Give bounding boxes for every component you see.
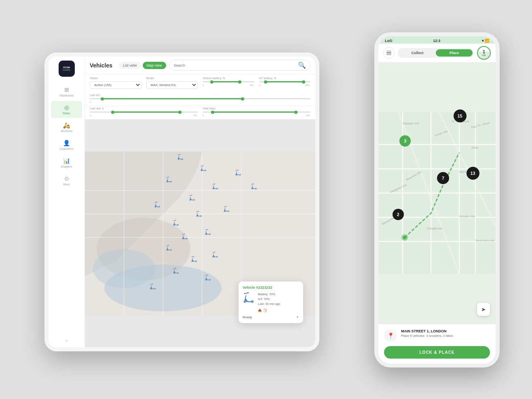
scooter-marker[interactable]: 🛴 [166, 245, 172, 251]
scooter-marker[interactable]: 🛴 [196, 211, 202, 217]
hamburger-line [386, 51, 391, 52]
svg-text:Kapleipu iela: Kapleipu iela [403, 122, 419, 125]
status-select[interactable]: Active (155) [90, 81, 141, 89]
popup-action-1[interactable]: 📤 [258, 308, 262, 313]
last-iot-label: Last IoT... [90, 94, 310, 97]
location-icon-box: 📍 [384, 329, 397, 342]
counter-badge: 1 /70 [477, 46, 491, 60]
cluster-value: 3 [404, 139, 406, 143]
cluster-15[interactable]: 15 [454, 109, 467, 122]
scooter-marker[interactable]: 🛴 [205, 229, 211, 235]
scooter-marker[interactable]: 🛴 [173, 268, 179, 274]
svg-text:Kanepiu iela: Kanepiu iela [459, 215, 475, 218]
last-ride-filter: Last ride, h 0 60+ [90, 107, 198, 117]
popup-status: Ready ▼ [243, 315, 299, 319]
popup-info: Battery: 70% IoT: 70% Last: 30 min ago 📤… [258, 292, 299, 313]
popup-scooter-icon: 🛴 [243, 292, 255, 303]
lock-and-place-button[interactable]: LOCK & PLACE [384, 346, 490, 359]
scooter-marker[interactable]: 🛴 [154, 202, 160, 208]
scooter-marker[interactable]: 🛴 [150, 284, 156, 290]
total-rides-filter: Total rides 0 60+ [203, 107, 310, 117]
counter-sub: /70 [482, 54, 486, 57]
map-view-button[interactable]: Map view [143, 62, 166, 69]
sidebar-item-rides[interactable]: ◎ Rides [51, 101, 82, 118]
phone-device: Loči 12:3 ▼📶 Collect Place 1 /70 [374, 32, 500, 368]
hamburger-button[interactable] [383, 47, 395, 59]
battery-slider[interactable] [203, 81, 254, 82]
hamburger-line [386, 52, 391, 53]
dashboard-icon: ⊞ [64, 86, 69, 93]
vehicles-icon: 🛵 [63, 122, 70, 128]
hamburger-line [386, 55, 391, 55]
battery-filter: Vehicle battery, % 0 60+ [203, 77, 254, 89]
view-toggle: List velw Map view [119, 62, 166, 69]
scooter-marker[interactable]: 🛴 [189, 195, 195, 201]
svg-text:Adazi: Adazi [471, 146, 479, 149]
cluster-2[interactable]: 2 [393, 209, 404, 220]
map-container: 🛴 🛴 🛴 🛴 🛴 🛴 🛴 🛴 🛴 🛴 🛴 🛴 🛴 🛴 🛴 🛴 [85, 120, 315, 347]
total-rides-label: Total rides [203, 107, 310, 110]
sidebar-item-vehicles[interactable]: 🛵 Vechicles [51, 119, 82, 136]
scooter-marker[interactable]: 🛴 [212, 183, 218, 189]
popup-action-2[interactable]: 📋 [263, 308, 267, 313]
scene: ATOM mobility ⊞ Dashboard ◎ Rides 🛵 Vech… [0, 0, 532, 399]
cluster-13[interactable]: 13 [467, 167, 479, 180]
scooter-marker[interactable]: 🛴 [177, 154, 184, 160]
iot-slider[interactable] [259, 81, 311, 82]
location-button[interactable]: ➤ [477, 303, 490, 316]
svg-point-25 [403, 236, 406, 239]
collect-tab[interactable]: Collect [399, 49, 436, 57]
rides-icon: ◎ [64, 104, 69, 111]
phone-map: Mazorutu iela Daugavas iela Gobas iela T… [378, 62, 496, 324]
phone-status-bar: Loči 12:3 ▼📶 [378, 36, 496, 44]
last-ride-label: Last ride, h [90, 107, 198, 110]
last-iot-slider[interactable] [90, 98, 310, 99]
battery-label: Vehicle battery, % [203, 77, 254, 80]
collapse-button[interactable]: « [65, 338, 68, 343]
cluster-value: 7 [442, 176, 444, 181]
location-row: 📍 MAIN STREET 1, LONDON Place 5 vehicles… [384, 329, 490, 342]
phone-location: Loči [385, 39, 393, 43]
model-select[interactable]: MAX, Ninebot ES [146, 81, 198, 89]
sidebar-item-more[interactable]: ⊙ More [51, 172, 82, 189]
scooter-marker[interactable]: 🛴 [223, 206, 230, 212]
filters-bar-2: Last ride, h 0 60+ Total rides [85, 106, 315, 120]
scooter-marker[interactable]: 🛴 [200, 165, 207, 171]
location-name: MAIN STREET 1, LONDON [401, 329, 490, 333]
analytics-icon: 📊 [63, 158, 70, 164]
scooter-marker[interactable]: 🛴 [182, 233, 188, 239]
top-bar: Vehicles List velw Map view 🔍 [85, 57, 315, 74]
scooter-marker[interactable]: 🛴 [235, 170, 241, 176]
phone-signal-icon: ▼📶 [481, 39, 489, 43]
sidebar-item-customers[interactable]: 👤 Customers [51, 136, 82, 153]
scooter-marker[interactable]: 🛴 [251, 183, 257, 189]
sidebar-item-analytics[interactable]: 📊 Analytics [51, 154, 82, 171]
phone-time: 12:3 [433, 39, 440, 43]
search-input[interactable] [174, 63, 296, 67]
sidebar: ATOM mobility ⊞ Dashboard ◎ Rides 🛵 Vech… [49, 57, 85, 347]
filters-bar: Status Active (155) Model MAX, Ninebot E… [85, 74, 315, 106]
phone-bottom: 📍 MAIN STREET 1, LONDON Place 5 vehicles… [378, 324, 496, 363]
scooter-marker[interactable]: 🛴 [205, 275, 211, 281]
scooter-marker[interactable]: 🛴 [191, 256, 197, 262]
vehicle-popup: Vehicle #2323232 🛴 Battery: 70% IoT: 70%… [239, 281, 303, 323]
scooter-marker[interactable]: 🛴 [173, 220, 179, 226]
svg-text:Dalajala iela: Dalajala iela [427, 227, 442, 230]
cluster-value: 13 [470, 171, 475, 176]
app-logo: ATOM mobility [59, 61, 75, 77]
scooter-marker[interactable]: 🛴 [212, 252, 218, 258]
place-tab[interactable]: Place [436, 49, 473, 57]
svg-text:Skurnhanu iela: Skurnhanu iela [475, 239, 494, 242]
popup-actions: 📤 📋 [258, 308, 299, 313]
iot-filter: IoT battery, % 0 100+ [259, 77, 311, 89]
model-filter-label: Model [146, 77, 198, 80]
popup-title: Vehicle #2323232 [243, 286, 299, 290]
total-rides-slider[interactable] [203, 111, 310, 113]
last-ride-slider[interactable] [90, 111, 198, 113]
location-text: MAIN STREET 1, LONDON Place 5 vehicles: … [401, 329, 490, 338]
cluster-7[interactable]: 7 [437, 172, 449, 184]
status-filter: Status Active (155) [90, 77, 141, 89]
sidebar-item-dashboard[interactable]: ⊞ Dashboard [51, 83, 82, 100]
list-view-button[interactable]: List velw [119, 62, 141, 69]
scooter-marker[interactable]: 🛴 [166, 176, 172, 183]
